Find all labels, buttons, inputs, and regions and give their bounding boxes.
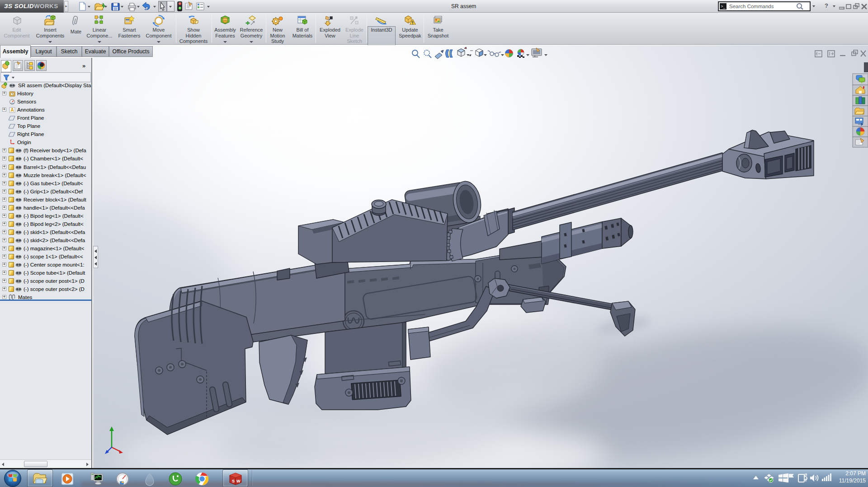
svg-text:W: W xyxy=(236,479,241,483)
svg-text:S: S xyxy=(232,479,235,483)
svg-text:A: A xyxy=(10,108,14,112)
